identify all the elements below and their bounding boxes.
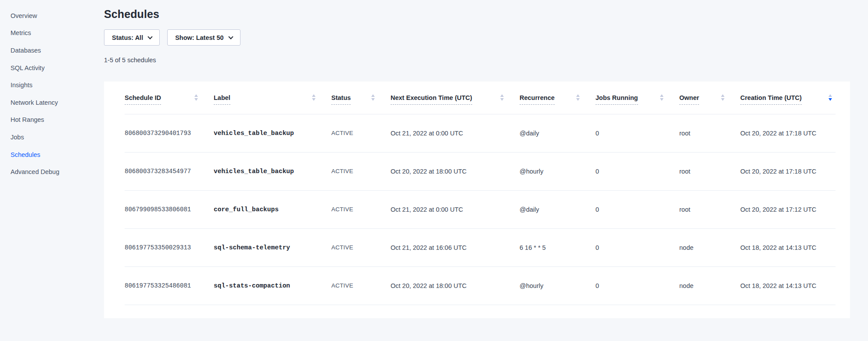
sort-icon xyxy=(371,94,375,101)
page-title: Schedules xyxy=(104,7,868,21)
sort-icon xyxy=(660,94,664,101)
cell-creation-time: Oct 20, 2022 at 17:18 UTC xyxy=(740,152,836,190)
cell-schedule-id: 806800373290401793 xyxy=(125,114,214,152)
cell-recurrence: 6 16 * * 5 xyxy=(520,228,595,266)
column-header-jobs-running[interactable]: Jobs Running xyxy=(595,82,679,114)
column-header-label: Owner xyxy=(679,94,699,105)
chevron-down-icon xyxy=(228,34,233,39)
cell-owner: root xyxy=(679,152,740,190)
cell-jobs-running: 0 xyxy=(595,152,679,190)
column-header-status[interactable]: Status xyxy=(331,82,391,114)
cell-next-execution: Oct 20, 2022 at 18:00 UTC xyxy=(391,266,520,305)
column-header-label: Next Execution Time (UTC) xyxy=(391,94,472,105)
cell-schedule-id: 806197753325486081 xyxy=(125,266,214,305)
column-header-label: Label xyxy=(214,94,230,105)
cell-status: ACTIVE xyxy=(331,266,391,305)
chevron-down-icon xyxy=(148,34,153,39)
table-row: 806800373290401793vehicles_table_backupA… xyxy=(125,114,836,152)
sort-icon xyxy=(500,94,504,101)
cell-recurrence: @daily xyxy=(520,190,595,228)
sidebar-item-hot-ranges[interactable]: Hot Ranges xyxy=(0,111,104,129)
sort-icon xyxy=(576,94,580,101)
column-header-next-execution-time-utc[interactable]: Next Execution Time (UTC) xyxy=(391,82,520,114)
cell-status: ACTIVE xyxy=(331,228,391,266)
column-header-label: Creation Time (UTC) xyxy=(740,94,802,105)
table-row: 806197753350029313sql-schema-telemetryAC… xyxy=(125,228,836,266)
results-count: 1-5 of 5 schedules xyxy=(104,56,868,64)
cell-label: sql-schema-telemetry xyxy=(214,228,331,266)
cell-jobs-running: 0 xyxy=(595,266,679,305)
status-filter-label: Status: All xyxy=(112,34,143,41)
cell-status: ACTIVE xyxy=(331,190,391,228)
cell-next-execution: Oct 20, 2022 at 18:00 UTC xyxy=(391,152,520,190)
sidebar-item-sql-activity[interactable]: SQL Activity xyxy=(0,59,104,77)
table-row: 806197753325486081sql-stats-compactionAC… xyxy=(125,266,836,305)
cell-owner: root xyxy=(679,114,740,152)
sort-icon xyxy=(194,94,198,101)
schedules-page: Schedules Status: All Show: Latest 50 1-… xyxy=(104,0,868,341)
cell-creation-time: Oct 20, 2022 at 17:12 UTC xyxy=(740,190,836,228)
cell-creation-time: Oct 18, 2022 at 14:13 UTC xyxy=(740,266,836,305)
cell-next-execution: Oct 21, 2022 at 0:00 UTC xyxy=(391,114,520,152)
cell-creation-time: Oct 18, 2022 at 14:13 UTC xyxy=(740,228,836,266)
cell-label: vehicles_table_backup xyxy=(214,114,331,152)
cell-next-execution: Oct 21, 2022 at 0:00 UTC xyxy=(391,190,520,228)
cell-recurrence: @hourly xyxy=(520,152,595,190)
filter-bar: Status: All Show: Latest 50 xyxy=(104,29,868,46)
schedules-table-card: Schedule IDLabelStatusNext Execution Tim… xyxy=(104,82,850,318)
column-header-label: Status xyxy=(331,94,351,105)
table-row: 806800373283454977vehicles_table_backupA… xyxy=(125,152,836,190)
column-header-label: Jobs Running xyxy=(595,94,638,105)
sort-icon xyxy=(312,94,316,101)
sidebar-item-overview[interactable]: Overview xyxy=(0,7,104,25)
column-header-schedule-id[interactable]: Schedule ID xyxy=(125,82,214,114)
cell-schedule-id: 806197753350029313 xyxy=(125,228,214,266)
cell-jobs-running: 0 xyxy=(595,190,679,228)
cell-recurrence: @daily xyxy=(520,114,595,152)
show-filter-dropdown[interactable]: Show: Latest 50 xyxy=(167,29,240,46)
cell-next-execution: Oct 21, 2022 at 16:06 UTC xyxy=(391,228,520,266)
cell-owner: node xyxy=(679,228,740,266)
cell-schedule-id: 806799098533806081 xyxy=(125,190,214,228)
cell-label: core_full_backups xyxy=(214,190,331,228)
status-filter-dropdown[interactable]: Status: All xyxy=(104,29,160,46)
cell-jobs-running: 0 xyxy=(595,228,679,266)
cell-status: ACTIVE xyxy=(331,152,391,190)
sort-desc-icon xyxy=(829,94,832,101)
cell-label: sql-stats-compaction xyxy=(214,266,331,305)
sidebar-item-schedules[interactable]: Schedules xyxy=(0,146,104,163)
sidebar-item-databases[interactable]: Databases xyxy=(0,42,104,59)
sidebar-item-network-latency[interactable]: Network Latency xyxy=(0,94,104,111)
cell-owner: node xyxy=(679,266,740,305)
cell-status: ACTIVE xyxy=(331,114,391,152)
cell-creation-time: Oct 20, 2022 at 17:18 UTC xyxy=(740,114,836,152)
sidebar: OverviewMetricsDatabasesSQL ActivityInsi… xyxy=(0,0,104,341)
column-header-label: Recurrence xyxy=(520,94,555,105)
sidebar-item-jobs[interactable]: Jobs xyxy=(0,128,104,146)
column-header-label: Schedule ID xyxy=(125,94,161,105)
show-filter-label: Show: Latest 50 xyxy=(175,34,223,41)
sidebar-item-advanced-debug[interactable]: Advanced Debug xyxy=(0,163,104,181)
cell-owner: root xyxy=(679,190,740,228)
cell-schedule-id: 806800373283454977 xyxy=(125,152,214,190)
cell-recurrence: @hourly xyxy=(520,266,595,305)
sidebar-item-metrics[interactable]: Metrics xyxy=(0,25,104,42)
sort-icon xyxy=(721,94,725,101)
schedules-table: Schedule IDLabelStatusNext Execution Tim… xyxy=(125,82,836,305)
sidebar-item-insights[interactable]: Insights xyxy=(0,76,104,94)
column-header-owner[interactable]: Owner xyxy=(679,82,740,114)
cell-jobs-running: 0 xyxy=(595,114,679,152)
cell-label: vehicles_table_backup xyxy=(214,152,331,190)
column-header-recurrence[interactable]: Recurrence xyxy=(520,82,595,114)
column-header-label[interactable]: Label xyxy=(214,82,331,114)
table-row: 806799098533806081core_full_backupsACTIV… xyxy=(125,190,836,228)
column-header-creation-time-utc[interactable]: Creation Time (UTC) xyxy=(740,82,836,114)
table-header-row: Schedule IDLabelStatusNext Execution Tim… xyxy=(125,82,836,114)
